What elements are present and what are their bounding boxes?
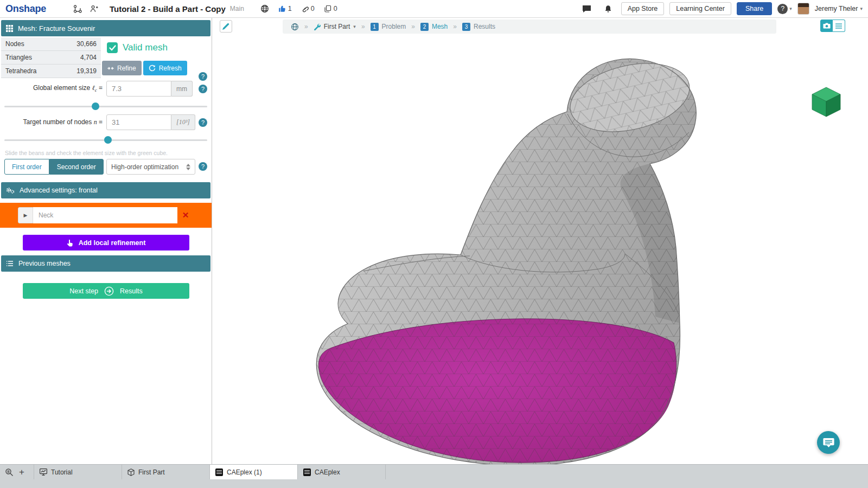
first-order-button[interactable]: First order [4,159,49,175]
app-store-button[interactable]: App Store [621,2,665,15]
previous-meshes-label: Previous meshes [18,260,71,267]
camera-icon [823,23,831,29]
edit-button[interactable] [220,20,232,33]
breadcrumb-part-menu[interactable]: First Part ▾ [314,23,356,30]
comments-icon[interactable] [582,5,591,13]
help-icon[interactable]: ? [777,4,788,14]
tab-tools: + [0,465,34,479]
share-button[interactable]: Share [737,2,772,15]
notifications-bell-icon[interactable] [604,5,612,13]
stat-label: Nodes [5,40,24,48]
view-options-button[interactable] [833,20,845,32]
next-step-button[interactable]: Next step Results [23,283,189,299]
user-menu[interactable]: Jeremy Theler ▾ [815,5,863,12]
document-title: Tutorial 2 - Build a Part - Copy [110,4,226,14]
target-nodes-help-icon[interactable]: ? [199,118,207,127]
user-caret-icon: ▾ [860,6,863,11]
global-size-slider[interactable] [4,102,207,110]
tab-tutorial[interactable]: Tutorial [34,465,122,479]
add-refinement-label: Add local refinement [79,239,146,247]
mesh-help-icon[interactable]: ? [199,72,207,81]
mesh-panel-header[interactable]: Mesh: Fracture Souvenir [1,20,210,36]
viewport-toolbar: » First Part ▾ » 1 Problem » 2 Mesh » 3 … [212,20,868,34]
order-help-icon[interactable]: ? [199,162,207,171]
slider-hint-text: Slide the beans and check the element si… [5,150,207,156]
caeplex-logo [215,468,223,476]
step-badge: 2 [420,23,429,31]
step-mesh[interactable]: 2 Mesh [420,23,448,31]
stat-row-triangles: Triangles 4,704 [1,51,101,65]
main-menu-icon[interactable] [58,7,66,10]
public-globe-icon[interactable] [260,4,269,13]
global-size-input[interactable] [106,81,171,97]
mesh-panel: Mesh: Fracture Souvenir Nodes 30,666 Tri… [0,18,212,464]
second-order-button[interactable]: Second order [49,159,104,175]
breadcrumb-separator: » [361,23,365,30]
stat-value: 19,319 [76,67,97,75]
mesh-3d-scene[interactable] [212,18,868,464]
help-caret-icon: ▾ [789,6,792,11]
tab-caeplex[interactable]: CAEplex [298,465,386,479]
links-counter[interactable]: 0 [301,5,315,12]
user-avatar[interactable] [797,3,809,15]
refine-button[interactable]: Refine [102,61,142,75]
refresh-icon [149,65,156,72]
likes-counter[interactable]: 1 [278,5,292,12]
refine-icon [107,65,114,72]
select-stepper-icon [186,164,190,170]
step-results[interactable]: 3 Results [462,23,495,31]
global-size-label: Global element size ℓc = [0,84,106,93]
learning-center-button[interactable]: Learning Center [669,2,731,15]
tab-manager-icon[interactable] [5,468,14,477]
target-nodes-input[interactable] [106,114,171,130]
breadcrumb-separator: » [304,23,308,30]
mesh-stats-table: Nodes 30,666 Triangles 4,704 Tetrahedra … [1,37,101,78]
next-step-target-label: Results [120,287,143,295]
breadcrumb-separator: » [453,23,457,30]
target-nodes-row: Target number of nodes n = [10³] ? [0,114,212,131]
advanced-settings-header[interactable]: Advanced settings: frontal [1,182,210,198]
refinement-expand-button[interactable]: ▶ [18,207,33,223]
screenshot-button[interactable] [820,20,833,32]
versions-icon[interactable] [73,5,82,13]
tab-label: Tutorial [51,468,73,476]
onshape-logo[interactable]: Onshape [5,3,46,15]
part-tab-icon [127,468,135,476]
gears-icon [6,187,15,194]
slider-track [4,106,207,107]
hand-pointer-icon [67,239,74,247]
view-list-icon [835,23,842,29]
global-size-help-icon[interactable]: ? [199,85,207,93]
tab-caeplex-1[interactable]: CAEplex (1) [210,465,298,479]
caeplex-logo [303,468,311,476]
bottom-tab-bar: + Tutorial First Part CAEplex (1) CAEple… [0,464,868,488]
tab-first-part[interactable]: First Part [122,465,210,479]
slider-knob[interactable] [104,136,112,144]
optimization-value: High-order optimization [111,163,178,171]
new-tab-icon[interactable]: + [19,467,24,477]
step-problem[interactable]: 1 Problem [371,23,406,31]
orientation-cube[interactable] [812,87,840,117]
refresh-button[interactable]: Refresh [143,61,187,75]
copies-count: 0 [334,5,337,12]
pencil-icon [222,23,229,30]
slider-knob[interactable] [92,102,99,110]
target-nodes-slider[interactable] [4,136,207,144]
copies-counter[interactable]: 0 [324,5,337,12]
workspace-name[interactable]: Main [230,5,244,12]
globe-icon[interactable] [291,23,299,31]
step-label: Results [474,23,495,30]
graphics-viewport[interactable]: » First Part ▾ » 1 Problem » 2 Mesh » 3 … [212,18,868,464]
help-menu[interactable]: ? ▾ [777,4,792,14]
wrench-icon [314,23,321,30]
refresh-label: Refresh [159,65,182,72]
optimization-select[interactable]: High-order optimization [106,159,195,175]
remove-refinement-button[interactable]: ✕ [177,207,194,223]
previous-meshes-header[interactable]: Previous meshes [1,255,210,272]
breadcrumb-part-label: First Part [324,23,350,30]
links-count: 0 [311,5,315,12]
refinement-name-input[interactable] [33,207,177,223]
add-local-refinement-button[interactable]: Add local refinement [23,235,189,251]
support-chat-button[interactable] [817,431,840,454]
follow-mode-icon[interactable] [90,5,98,13]
